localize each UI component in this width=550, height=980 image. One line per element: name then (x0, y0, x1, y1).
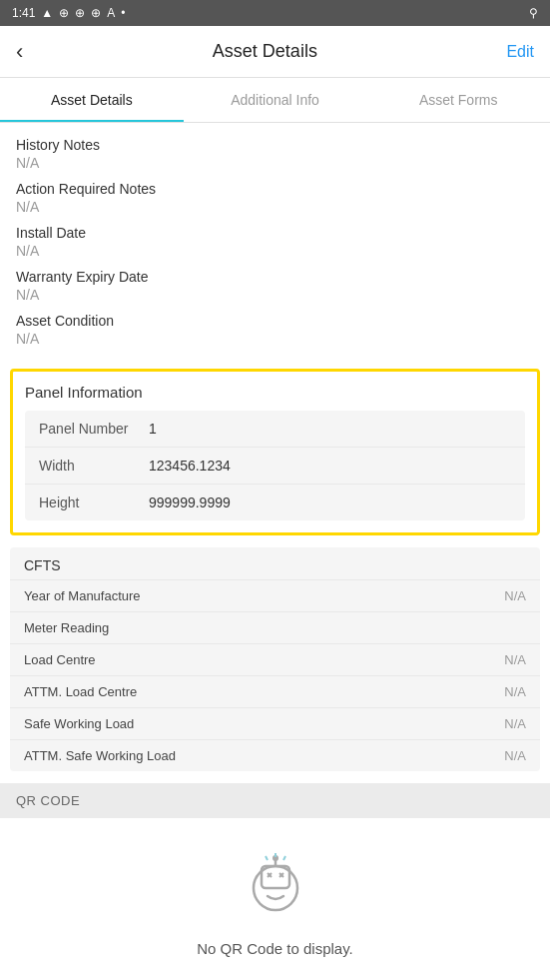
cfts-row-load-centre: Load Centre N/A (10, 643, 540, 675)
cfts-attm-safe-load-value: N/A (504, 748, 526, 763)
cfts-load-centre-value: N/A (504, 652, 526, 667)
cfts-row-year: Year of Manufacture N/A (10, 579, 540, 611)
install-date-label: Install Date (16, 225, 534, 241)
panel-row-number: Panel Number 1 (25, 411, 525, 448)
action-required-value: N/A (16, 199, 534, 215)
warranty-expiry-value: N/A (16, 287, 534, 303)
keyboard-icon: A (107, 6, 115, 20)
cfts-year-label: Year of Manufacture (24, 588, 141, 603)
panel-width-value: 123456.1234 (149, 458, 231, 474)
content: History Notes N/A Action Required Notes … (0, 123, 550, 980)
history-notes-value: N/A (16, 155, 534, 171)
status-bar: 1:41 ▲ ⊕ ⊕ ⊕ A • ⚲ (0, 0, 550, 26)
panel-row-height: Height 999999.9999 (25, 485, 525, 520)
history-notes-label: History Notes (16, 137, 534, 153)
wifi-icon: ⊕ (59, 6, 69, 20)
qr-content: No QR Code to display. (0, 818, 550, 980)
cfts-safe-load-value: N/A (504, 716, 526, 731)
tabs: Asset Details Additional Info Asset Form… (0, 78, 550, 123)
action-required-label: Action Required Notes (16, 181, 534, 197)
panel-height-label: Height (39, 494, 149, 510)
status-bar-left: 1:41 ▲ ⊕ ⊕ ⊕ A • (12, 6, 125, 20)
dot-icon: • (121, 6, 125, 20)
status-bar-right: ⚲ (529, 6, 538, 20)
panel-row-width: Width 123456.1234 (25, 448, 525, 485)
cfts-attm-safe-load-label: ATTM. Safe Working Load (24, 748, 176, 763)
cfts-load-centre-label: Load Centre (24, 652, 96, 667)
location-icon: ⚲ (529, 6, 538, 20)
svg-line-6 (283, 856, 285, 860)
signal-icon2: ⊕ (91, 6, 101, 20)
wifi-icon2: ⊕ (75, 6, 85, 20)
signal-icon: ▲ (41, 6, 53, 20)
back-button[interactable]: ‹ (16, 41, 23, 63)
panel-information-section: Panel Information Panel Number 1 Width 1… (10, 369, 540, 535)
install-date-value: N/A (16, 243, 534, 259)
asset-condition-value: N/A (16, 331, 534, 347)
panel-number-value: 1 (149, 421, 157, 437)
warranty-expiry-label: Warranty Expiry Date (16, 269, 534, 285)
cfts-row-attm-safe-load: ATTM. Safe Working Load N/A (10, 739, 540, 771)
tab-asset-details[interactable]: Asset Details (0, 78, 184, 122)
no-qr-icon (236, 846, 315, 926)
status-time: 1:41 (12, 6, 35, 20)
panel-title: Panel Information (25, 384, 525, 401)
qr-section-header: QR CODE (0, 783, 550, 818)
cfts-year-value: N/A (504, 588, 526, 603)
panel-width-label: Width (39, 458, 149, 474)
cfts-attm-load-label: ATTM. Load Centre (24, 684, 137, 699)
panel-height-value: 999999.9999 (149, 494, 231, 510)
tab-additional-info[interactable]: Additional Info (184, 78, 367, 122)
cfts-attm-load-value: N/A (504, 684, 526, 699)
cfts-section: CFTS Year of Manufacture N/A Meter Readi… (10, 547, 540, 771)
cfts-row-meter: Meter Reading (10, 611, 540, 643)
fields-group: History Notes N/A Action Required Notes … (0, 123, 550, 361)
page-title: Asset Details (23, 41, 506, 62)
asset-condition-label: Asset Condition (16, 313, 534, 329)
cfts-meter-label: Meter Reading (24, 620, 109, 635)
no-qr-text: No QR Code to display. (197, 940, 352, 957)
panel-table: Panel Number 1 Width 123456.1234 Height … (25, 411, 525, 520)
cfts-header: CFTS (10, 547, 540, 579)
svg-line-4 (266, 856, 268, 860)
header: ‹ Asset Details Edit (0, 26, 550, 78)
cfts-row-safe-load: Safe Working Load N/A (10, 707, 540, 739)
panel-number-label: Panel Number (39, 421, 149, 437)
cfts-safe-load-label: Safe Working Load (24, 716, 134, 731)
edit-button[interactable]: Edit (506, 43, 534, 61)
cfts-row-attm-load: ATTM. Load Centre N/A (10, 675, 540, 707)
tab-asset-forms[interactable]: Asset Forms (366, 78, 550, 122)
